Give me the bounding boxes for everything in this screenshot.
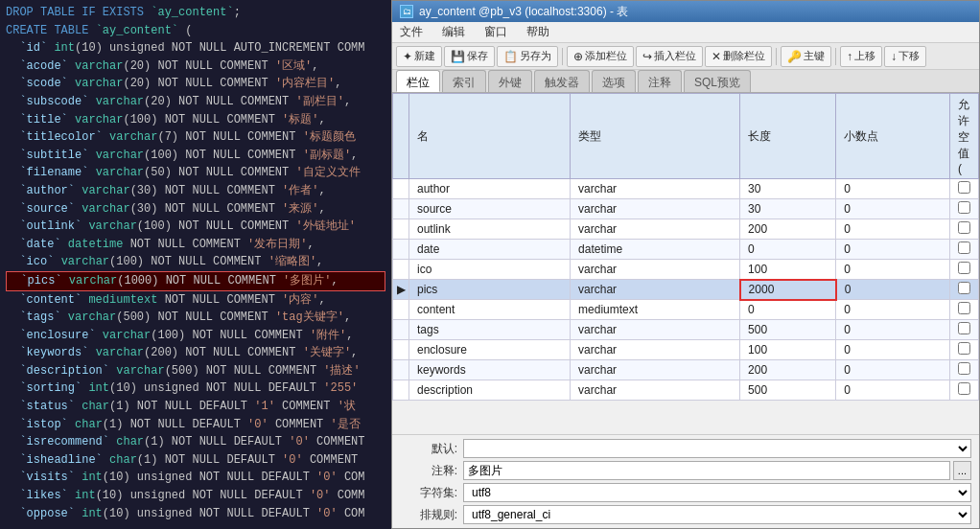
comment-edit-button[interactable]: ... bbox=[953, 461, 971, 480]
new-icon: ✦ bbox=[403, 50, 412, 63]
row-length-8[interactable]: 100 bbox=[740, 340, 836, 360]
column-properties-form: 默认: 注释: ... 字符集: utf8 排规则: utf8_general_… bbox=[392, 434, 979, 528]
row-decimal-5[interactable]: 0 bbox=[836, 280, 950, 300]
tab-columns[interactable]: 栏位 bbox=[396, 70, 440, 92]
row-length-9[interactable]: 200 bbox=[740, 360, 836, 380]
row-arrow-4 bbox=[393, 260, 409, 280]
row-decimal-0[interactable]: 0 bbox=[836, 179, 950, 199]
tab-options[interactable]: 选项 bbox=[592, 70, 636, 92]
row-length-6[interactable]: 0 bbox=[740, 300, 836, 320]
toolbar-separator-1 bbox=[562, 48, 563, 65]
row-name-10[interactable]: description bbox=[409, 380, 571, 401]
save-as-button[interactable]: 📋 另存为 bbox=[497, 46, 558, 67]
row-type-0[interactable]: varchar bbox=[571, 179, 740, 199]
row-nullable-0[interactable] bbox=[950, 179, 979, 199]
charset-select[interactable]: utf8 bbox=[463, 483, 971, 502]
comment-row: ... bbox=[463, 461, 971, 480]
row-decimal-1[interactable]: 0 bbox=[836, 199, 950, 219]
move-up-button[interactable]: ↑ 上移 bbox=[840, 46, 882, 67]
row-type-2[interactable]: varchar bbox=[571, 219, 740, 240]
primary-key-button[interactable]: 🔑 主键 bbox=[781, 46, 831, 67]
delete-col-icon: ✕ bbox=[712, 50, 721, 63]
row-decimal-10[interactable]: 0 bbox=[836, 380, 950, 401]
row-name-7[interactable]: tags bbox=[409, 320, 571, 340]
menu-window[interactable]: 窗口 bbox=[480, 22, 511, 42]
title-bar-left: 🗂 ay_content @pb_v3 (localhost:3306) - 表 bbox=[400, 4, 628, 20]
row-type-8[interactable]: varchar bbox=[571, 340, 740, 360]
menu-edit[interactable]: 编辑 bbox=[438, 22, 469, 42]
row-decimal-9[interactable]: 0 bbox=[836, 360, 950, 380]
row-nullable-3[interactable] bbox=[950, 240, 979, 260]
row-type-5[interactable]: varchar bbox=[571, 280, 740, 300]
row-nullable-2[interactable] bbox=[950, 219, 979, 240]
row-nullable-4[interactable] bbox=[950, 260, 979, 280]
delete-column-button[interactable]: ✕ 删除栏位 bbox=[705, 46, 772, 67]
row-type-4[interactable]: varchar bbox=[571, 260, 740, 280]
row-decimal-3[interactable]: 0 bbox=[836, 240, 950, 260]
row-nullable-5[interactable] bbox=[950, 280, 979, 300]
key-icon: 🔑 bbox=[787, 50, 802, 63]
row-name-0[interactable]: author bbox=[409, 179, 571, 199]
row-nullable-7[interactable] bbox=[950, 320, 979, 340]
row-length-10[interactable]: 500 bbox=[740, 380, 836, 401]
row-decimal-8[interactable]: 0 bbox=[836, 340, 950, 360]
row-length-2[interactable]: 200 bbox=[740, 219, 836, 240]
move-down-button[interactable]: ↓ 下移 bbox=[884, 46, 926, 67]
default-select[interactable] bbox=[463, 439, 971, 458]
row-name-3[interactable]: date bbox=[409, 240, 571, 260]
row-type-1[interactable]: varchar bbox=[571, 199, 740, 219]
row-length-0[interactable]: 30 bbox=[740, 179, 836, 199]
row-length-1[interactable]: 30 bbox=[740, 199, 836, 219]
tab-indexes[interactable]: 索引 bbox=[442, 70, 486, 92]
nullable-header: 允许空值( bbox=[950, 94, 979, 179]
row-name-1[interactable]: source bbox=[409, 199, 571, 219]
row-type-10[interactable]: varchar bbox=[571, 380, 740, 401]
row-decimal-7[interactable]: 0 bbox=[836, 320, 950, 340]
arrow-header bbox=[393, 94, 409, 179]
toolbar-separator-3 bbox=[835, 48, 836, 65]
row-length-3[interactable]: 0 bbox=[740, 240, 836, 260]
add-column-button[interactable]: ⊕ 添加栏位 bbox=[567, 46, 634, 67]
row-length-7[interactable]: 500 bbox=[740, 320, 836, 340]
insert-col-icon: ↪ bbox=[642, 50, 652, 63]
row-type-7[interactable]: varchar bbox=[571, 320, 740, 340]
tab-triggers[interactable]: 触发器 bbox=[534, 70, 590, 92]
row-nullable-9[interactable] bbox=[950, 360, 979, 380]
row-decimal-2[interactable]: 0 bbox=[836, 219, 950, 240]
row-name-8[interactable]: enclosure bbox=[409, 340, 571, 360]
row-nullable-8[interactable] bbox=[950, 340, 979, 360]
row-arrow-0 bbox=[393, 179, 409, 199]
tab-comment[interactable]: 注释 bbox=[638, 70, 682, 92]
row-name-5[interactable]: pics bbox=[409, 280, 571, 300]
row-type-9[interactable]: varchar bbox=[571, 360, 740, 380]
tab-sql-preview[interactable]: SQL预览 bbox=[684, 70, 751, 92]
row-decimal-6[interactable]: 0 bbox=[836, 300, 950, 320]
row-nullable-10[interactable] bbox=[950, 380, 979, 401]
table-scroll[interactable]: 名 类型 长度 小数点 允许空值( author varchar 30 0 so… bbox=[392, 93, 979, 434]
table-row: description varchar 500 0 bbox=[393, 380, 979, 401]
row-name-2[interactable]: outlink bbox=[409, 219, 571, 240]
menu-file[interactable]: 文件 bbox=[396, 22, 427, 42]
row-length-4[interactable]: 100 bbox=[740, 260, 836, 280]
insert-column-button[interactable]: ↪ 插入栏位 bbox=[636, 46, 703, 67]
row-decimal-4[interactable]: 0 bbox=[836, 260, 950, 280]
new-button[interactable]: ✦ 新建 bbox=[396, 46, 442, 67]
row-name-9[interactable]: keywords bbox=[409, 360, 571, 380]
row-name-4[interactable]: ico bbox=[409, 260, 571, 280]
toolbar: ✦ 新建 💾 保存 📋 另存为 ⊕ 添加栏位 ↪ 插入栏位 ✕ 删除栏位 🔑 主… bbox=[392, 43, 979, 70]
comment-input[interactable] bbox=[463, 461, 950, 480]
row-type-6[interactable]: mediumtext bbox=[571, 300, 740, 320]
default-label: 默认: bbox=[400, 441, 457, 457]
table-row: source varchar 30 0 bbox=[393, 199, 979, 219]
collation-select[interactable]: utf8_general_ci bbox=[463, 505, 971, 524]
menu-help[interactable]: 帮助 bbox=[523, 22, 553, 42]
row-type-3[interactable]: datetime bbox=[571, 240, 740, 260]
move-up-label: 上移 bbox=[854, 49, 875, 63]
row-nullable-1[interactable] bbox=[950, 199, 979, 219]
save-button[interactable]: 💾 保存 bbox=[444, 46, 495, 67]
row-length-5[interactable]: 2000 bbox=[740, 280, 836, 300]
table-body: author varchar 30 0 source varchar 30 0 … bbox=[393, 179, 979, 401]
row-name-6[interactable]: content bbox=[409, 300, 571, 320]
tab-foreign-keys[interactable]: 外键 bbox=[488, 70, 532, 92]
row-nullable-6[interactable] bbox=[950, 300, 979, 320]
